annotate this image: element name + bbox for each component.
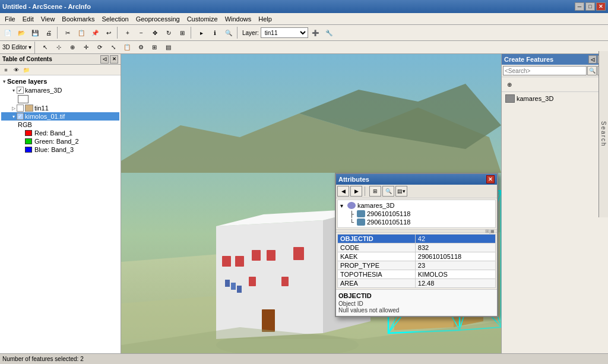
menu-view[interactable]: View — [37, 14, 59, 24]
proptype-field-name: PROP_TYPE — [338, 261, 416, 270]
attr-row-objectid[interactable]: OBJECTID 42 — [338, 235, 496, 243]
attr-options-btn[interactable]: ▤▾ — [395, 186, 407, 197]
objectid-field-name: OBJECTID — [338, 235, 416, 243]
attr-back-btn[interactable]: ◀ — [337, 186, 349, 197]
red-band-label: Red: Band_1 — [34, 129, 72, 137]
zoom-in-btn[interactable]: + — [121, 27, 134, 39]
add-data-btn[interactable]: ➕ — [309, 27, 322, 39]
attributes-title-label: Attributes — [338, 176, 369, 183]
attributes-close-btn[interactable]: ✕ — [486, 175, 495, 183]
tin11-expand-icon[interactable]: ▷ — [11, 105, 17, 111]
feature-template-btn[interactable]: ⊞ — [148, 42, 161, 53]
child2-expand-icon[interactable]: └ — [350, 219, 357, 226]
move-btn[interactable]: ✛ — [80, 42, 93, 53]
minimize-button[interactable]: ─ — [575, 2, 584, 11]
rotate-btn[interactable]: ↻ — [162, 27, 175, 39]
kamares-checkbox[interactable] — [17, 87, 24, 94]
split-btn[interactable]: ⊕ — [66, 42, 79, 53]
identify-btn[interactable]: ℹ — [208, 27, 221, 39]
layer-3d-icon — [347, 202, 356, 209]
rotate-3d-btn[interactable]: ⟳ — [93, 42, 106, 53]
menu-windows[interactable]: Windows — [221, 14, 255, 24]
red-swatch — [25, 130, 32, 136]
open-btn[interactable]: 📂 — [15, 27, 28, 39]
menu-help[interactable]: Help — [255, 14, 276, 24]
toc-auto-hide-btn[interactable]: ◁ — [100, 55, 109, 64]
blue-band-label: Blue: Band_3 — [34, 146, 74, 153]
svg-rect-33 — [237, 286, 242, 293]
sketch-props-btn[interactable]: ⚙ — [134, 42, 147, 53]
feature-kamares-label: kamares_3D — [517, 95, 553, 102]
undo-btn[interactable]: ↩ — [102, 27, 115, 39]
attr-row-code[interactable]: CODE 832 — [338, 243, 496, 252]
menu-selection[interactable]: Selection — [98, 14, 132, 24]
attr-zoom-btn[interactable]: 🔍 — [382, 186, 394, 197]
options-btn[interactable]: ▤ — [162, 42, 175, 53]
edit-tool-btn[interactable]: ↖ — [39, 42, 52, 53]
zoom-out-btn[interactable]: − — [135, 27, 148, 39]
menu-geoprocessing[interactable]: Geoprocessing — [132, 14, 183, 24]
full-extent-btn[interactable]: ⊞ — [176, 27, 189, 39]
tree-root-item[interactable]: ▾ kamares_3D — [340, 201, 493, 210]
menu-edit[interactable]: Edit — [19, 14, 37, 24]
attr-row-area[interactable]: AREA 12.48 — [338, 279, 496, 288]
search-input[interactable] — [503, 66, 587, 75]
attr-select-btn[interactable]: ⊞ — [369, 186, 381, 197]
close-button[interactable]: ✕ — [596, 2, 606, 11]
toc-green-band: Green: Band_2 — [1, 137, 119, 145]
toc-visibility-btn[interactable]: 👁 — [11, 66, 21, 74]
toc-close-btn[interactable]: ✕ — [110, 55, 118, 64]
resize-handle[interactable]: ⊞|◼ — [336, 229, 497, 233]
toc-source-btn[interactable]: 📁 — [21, 66, 31, 74]
reshape-btn[interactable]: ⊹ — [52, 42, 65, 53]
menu-customize[interactable]: Customize — [183, 14, 221, 24]
kimolos-expand-icon[interactable]: ▾ — [11, 113, 17, 119]
toc-layer-tin11[interactable]: ▷ tin11 — [1, 104, 119, 112]
menu-file[interactable]: File — [1, 14, 19, 24]
pan-btn[interactable]: ✥ — [148, 27, 162, 39]
status-text: Number of features selected: 2 — [2, 356, 84, 362]
print-btn[interactable]: 🖨 — [42, 27, 55, 39]
tin11-checkbox[interactable] — [17, 105, 24, 112]
bottom-field-name: OBJECTID — [338, 292, 495, 299]
toc-red-band: Red: Band_1 — [1, 129, 119, 137]
maximize-button[interactable]: □ — [585, 2, 595, 11]
attr-row-topothesia[interactable]: TOPOTHESIA KIMOLOS — [338, 270, 496, 279]
new-btn[interactable]: 📄 — [1, 27, 14, 39]
toc-layer-kimolos[interactable]: ▾ kimolos_01.tif — [1, 112, 119, 121]
feature-item-kamares[interactable]: kamares_3D — [503, 93, 607, 104]
copy-btn[interactable]: 📋 — [75, 27, 88, 39]
toc-list-btn[interactable]: ≡ — [1, 66, 11, 74]
paste-btn[interactable]: 📌 — [88, 27, 102, 39]
attr-row-proptype[interactable]: PROP_TYPE 23 — [338, 261, 496, 270]
child1-expand-icon[interactable]: ├ — [350, 211, 357, 217]
attr-forward-btn[interactable]: ▶ — [350, 186, 362, 197]
root-expand-icon[interactable]: ▾ — [340, 202, 347, 209]
save-btn[interactable]: 💾 — [28, 27, 42, 39]
scale-btn[interactable]: ⤡ — [107, 42, 120, 53]
cut-btn[interactable]: ✂ — [61, 27, 74, 39]
scene-expand-icon[interactable]: ▾ — [1, 78, 7, 84]
layer-dropdown[interactable]: tin11 — [261, 27, 308, 38]
toc-content: ▾ Scene layers ▾ kamares_3D ▷ tin11 — [0, 75, 121, 355]
kamares-expand-icon[interactable]: ▾ — [11, 87, 17, 93]
attributes-btn[interactable]: 📋 — [121, 42, 134, 53]
tree-child-2[interactable]: └ 290610105118 — [340, 218, 493, 226]
search-button[interactable]: 🔍 — [587, 66, 597, 75]
attributes-dialog-title[interactable]: Attributes ✕ — [336, 174, 497, 185]
toc-layer-kamares3d[interactable]: ▾ kamares_3D — [1, 86, 119, 94]
tree-child-1[interactable]: ├ 290610105118 — [340, 210, 493, 218]
find-btn[interactable]: 🔍 — [222, 27, 235, 39]
create-features-zoom-btn[interactable]: ⊕ — [503, 78, 516, 90]
toc-header-controls: ◁ ✕ — [100, 55, 118, 64]
kimolos-checkbox[interactable] — [17, 113, 24, 120]
3d-editor-label[interactable]: 3D Editor ▾ — [1, 44, 33, 50]
sep3 — [191, 27, 193, 39]
editor-tools-btn[interactable]: 🔧 — [322, 27, 335, 39]
viewport[interactable]: Attributes ✕ ◀ ▶ ⊞ 🔍 ▤▾ ▾ kamares_3D ├ — [121, 54, 501, 355]
panel-auto-hide-btn[interactable]: ◁ — [588, 55, 597, 64]
toc-rgb: RGB — [1, 121, 119, 129]
select-btn[interactable]: ▸ — [195, 27, 208, 39]
menu-bookmarks[interactable]: Bookmarks — [58, 14, 98, 24]
attr-row-kaek[interactable]: KAEK 290610105118 — [338, 252, 496, 261]
